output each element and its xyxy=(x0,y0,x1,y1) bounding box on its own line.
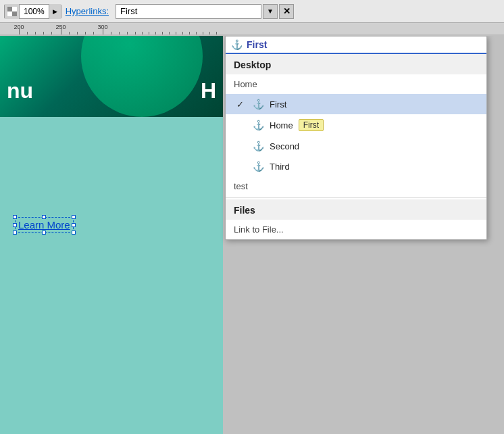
ruler-minor-tick xyxy=(35,32,36,34)
dropdown-item-first[interactable]: ✓ ⚓ First xyxy=(226,94,486,114)
svg-rect-1 xyxy=(12,11,17,16)
anchor-icon-third: ⚓ xyxy=(253,161,264,172)
first-item-label: First xyxy=(270,99,286,110)
canvas-area: nu H Learn More ⚓ First D xyxy=(0,36,504,434)
hyperlinks-dropdown-field[interactable]: First xyxy=(116,4,261,19)
hyperlinks-dropdown-menu: ⚓ First Desktop Home ✓ ⚓ First ⚓ Home Fi… xyxy=(225,36,487,240)
ruler-minor-tick xyxy=(149,32,149,34)
third-item-label: Third xyxy=(270,162,290,172)
check-mark-icon: ✓ xyxy=(236,99,244,110)
zoom-arrow-button[interactable]: ▶ xyxy=(49,4,61,19)
learn-more-link[interactable]: Learn More xyxy=(18,219,70,231)
ruler-minor-tick xyxy=(182,32,183,34)
dropdown-item-home-anchor[interactable]: ⚓ Home First xyxy=(226,114,486,136)
dropdown-item-third[interactable]: ⚓ Third xyxy=(226,156,486,176)
zoom-icon xyxy=(5,4,20,19)
ruler-minor-tick xyxy=(189,32,190,34)
ruler-minor-tick xyxy=(119,32,120,34)
handle-top-left[interactable] xyxy=(13,215,17,219)
ruler-minor-tick xyxy=(27,32,28,34)
hyperlinks-dropdown-container: First ▼ ✕ xyxy=(116,4,294,19)
link-to-file-label: Link to File... xyxy=(234,224,284,235)
test-item-label: test xyxy=(234,181,248,191)
handle-middle-right[interactable] xyxy=(72,223,76,227)
home-plain-label: Home xyxy=(234,79,257,89)
ruler-minor-tick xyxy=(69,32,70,34)
anchor-icon-second: ⚓ xyxy=(253,141,264,151)
ruler-minor-tick xyxy=(209,32,210,34)
ruler: 200 250 300 xyxy=(0,23,504,35)
ruler-minor-tick xyxy=(85,32,86,34)
zoom-value: 100% xyxy=(20,7,49,16)
ruler-minor-tick xyxy=(127,32,128,34)
handle-top-center[interactable] xyxy=(42,215,46,219)
hyperlinks-label[interactable]: Hyperlinks: xyxy=(66,6,109,16)
first-tooltip-badge: First xyxy=(299,119,324,131)
handle-bottom-left[interactable] xyxy=(13,231,17,235)
svg-rect-3 xyxy=(7,11,12,16)
ruler-minor-tick xyxy=(196,32,197,34)
section-header-files: Files xyxy=(226,199,486,220)
ruler-minor-tick xyxy=(176,32,176,34)
design-canvas: nu H Learn More xyxy=(0,36,223,434)
canvas-h-text: H xyxy=(201,78,223,103)
dropdown-item-home-plain[interactable]: Home xyxy=(226,74,486,94)
ruler-tick-250 xyxy=(61,29,61,34)
svg-rect-0 xyxy=(7,7,12,11)
ruler-minor-tick xyxy=(169,32,170,34)
section-header-desktop: Desktop xyxy=(226,54,486,74)
svg-rect-2 xyxy=(12,7,17,11)
ruler-minor-tick xyxy=(51,32,52,34)
hyperlinks-dropdown-button[interactable]: ▼ xyxy=(263,4,278,19)
dropdown-search-row: ⚓ First xyxy=(226,37,486,54)
dropdown-item-second[interactable]: ⚓ Second xyxy=(226,136,486,156)
anchor-search-icon: ⚓ xyxy=(231,39,243,50)
handle-bottom-center[interactable] xyxy=(42,231,46,235)
canvas-body: Learn More xyxy=(0,117,223,434)
canvas-header: nu H xyxy=(0,36,223,117)
ruler-minor-tick xyxy=(43,32,44,34)
anchor-icon-home: ⚓ xyxy=(253,120,264,130)
ruler-minor-tick xyxy=(93,32,94,34)
ruler-minor-tick xyxy=(216,32,217,34)
ruler-minor-tick xyxy=(162,32,163,34)
second-item-label: Second xyxy=(270,141,299,151)
toolbar: 100% ▶ Hyperlinks: First ▼ ✕ xyxy=(0,0,504,23)
zoom-control[interactable]: 100% ▶ xyxy=(4,4,61,19)
handle-bottom-right[interactable] xyxy=(72,231,76,235)
hyperlinks-close-button[interactable]: ✕ xyxy=(279,4,294,19)
dropdown-item-test[interactable]: test xyxy=(226,176,486,196)
ruler-tick-200 xyxy=(19,29,20,34)
home-anchor-label: Home xyxy=(270,120,293,130)
green-circle-decoration xyxy=(81,36,203,117)
handle-middle-left[interactable] xyxy=(13,223,17,227)
handle-top-right[interactable] xyxy=(72,215,76,219)
learn-more-element[interactable]: Learn More xyxy=(15,217,74,233)
ruler-minor-tick xyxy=(203,32,203,34)
ruler-tick-300 xyxy=(103,29,103,34)
canvas-nav-text: nu xyxy=(0,78,33,103)
dropdown-search-value: First xyxy=(247,39,267,50)
ruler-minor-tick xyxy=(135,32,136,34)
ruler-minor-tick xyxy=(142,32,143,34)
dropdown-item-link-to-file[interactable]: Link to File... xyxy=(226,220,486,239)
ruler-minor-tick xyxy=(111,32,111,34)
ruler-minor-tick xyxy=(77,32,78,34)
anchor-icon-first: ⚓ xyxy=(253,99,264,110)
ruler-minor-tick xyxy=(155,32,156,34)
dropdown-divider xyxy=(226,197,486,198)
